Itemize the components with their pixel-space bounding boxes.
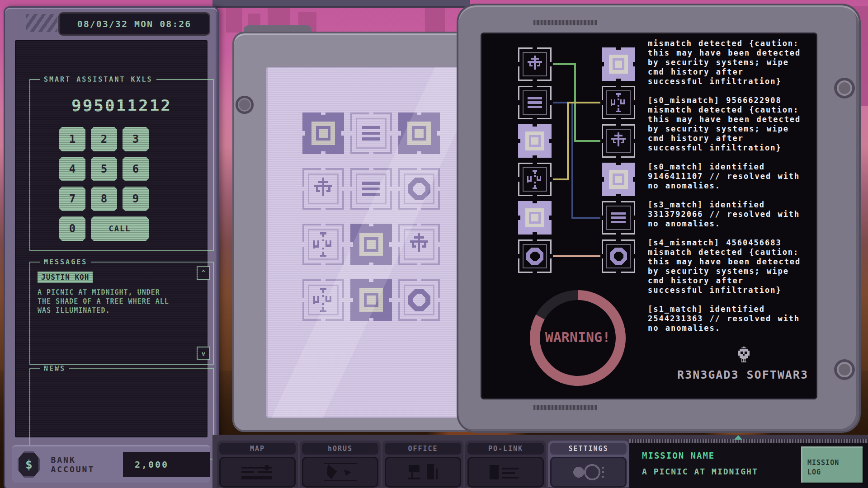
tab-settings-icon <box>550 457 627 488</box>
log-entry: mismatch detected {caution: this may hav… <box>648 39 804 86</box>
puzzle-tile-ring[interactable] <box>398 279 440 321</box>
phone-screen: SMART ASSISTANT KXLS 995011212 123456789… <box>15 40 208 437</box>
key-9[interactable]: 9 <box>123 187 149 211</box>
blank-tile-cover <box>525 208 544 227</box>
message-body: A PICNIC AT MIDNIGHT, UNDER THE SHADE OF… <box>38 288 173 315</box>
ring-glyph-icon <box>400 170 438 208</box>
mission-name-label: MISSION NAME <box>642 450 715 460</box>
mission-panel: MISSION NAME A PICNIC AT MIDNIGHT MISSIO… <box>629 440 868 488</box>
puzzle-tile-mu4[interactable] <box>302 279 344 321</box>
building-silhouette <box>226 7 242 33</box>
node-column-right <box>602 47 635 273</box>
scroll-down-button[interactable]: v <box>197 347 210 360</box>
log-entry: [s0_match] identified 9146411107 // reso… <box>648 162 804 191</box>
mission-log-button[interactable]: MISSIONLOG <box>801 446 863 483</box>
tab-po-link[interactable]: PO-LINK <box>465 441 546 487</box>
node-tile-mu4 <box>518 163 552 196</box>
key-5[interactable]: 5 <box>91 157 117 181</box>
blank-tile-cover <box>407 122 431 145</box>
puzzle-tile-temple[interactable] <box>398 224 440 265</box>
node-tile-mu4 <box>602 86 635 119</box>
hacking-device: mismatch detected {caution: this may hav… <box>457 4 861 433</box>
node-tile-temple <box>518 47 552 81</box>
warning-progress-ring: WARNING! <box>525 285 631 391</box>
mu4-glyph-icon <box>519 164 550 195</box>
tab-label: hORUS <box>302 443 378 455</box>
mu4-glyph-icon <box>304 281 342 319</box>
hacking-screen: mismatch detected {caution: this may hav… <box>481 33 817 399</box>
tab-map[interactable]: MAP <box>217 441 298 487</box>
tab-office-icon <box>385 457 461 488</box>
skull-icon <box>734 347 754 366</box>
device-vent-top <box>533 20 597 25</box>
hack-log: mismatch detected {caution: this may hav… <box>648 39 804 343</box>
key-1[interactable]: 1 <box>59 127 85 151</box>
node-tile-blank <box>602 163 635 196</box>
lines-glyph-icon <box>352 170 390 208</box>
puzzle-tablet-screen <box>266 67 470 418</box>
key-2[interactable]: 2 <box>91 127 117 151</box>
key-8[interactable]: 8 <box>91 187 117 211</box>
puzzle-tile-filled[interactable] <box>350 279 392 321</box>
puzzle-tile-lines[interactable] <box>350 113 392 154</box>
puzzle-tile-filled[interactable] <box>350 224 392 265</box>
mission-pointer-icon <box>734 435 742 440</box>
node-tile-lines <box>518 86 552 119</box>
renegade-software-logo: R3N3GAD3 SOFTWAR3 <box>675 368 811 381</box>
tab-map-icon <box>219 457 296 488</box>
puzzle-tile-ring[interactable] <box>398 168 440 210</box>
warning-label: WARNING! <box>545 329 611 345</box>
puzzle-tile-mu4[interactable] <box>302 224 344 265</box>
messages-title: MESSAGES <box>40 258 91 266</box>
scroll-up-button[interactable]: ^ <box>197 266 210 280</box>
node-tile-ring <box>518 239 552 273</box>
key-3[interactable]: 3 <box>123 127 149 151</box>
puzzle-tile-temple[interactable] <box>302 168 344 210</box>
tab-label: SETTINGS <box>550 443 627 455</box>
mission-panel-vent <box>629 439 868 443</box>
tab-label: MAP <box>219 443 296 455</box>
puzzle-tile-filled[interactable] <box>302 113 344 154</box>
node-tile-blank <box>518 201 552 235</box>
tab-label: PO-LINK <box>467 443 544 455</box>
device-screw <box>834 359 855 380</box>
bottom-nav-bar: MAP hORUS OFFICE PO-LINK SETTINGS M <box>212 435 868 488</box>
node-tile-blank <box>518 124 552 158</box>
smart-assistant-title: SMART ASSISTANT KXLS <box>40 75 156 84</box>
datetime-display: 08/03/32 MON 08:26 <box>58 12 210 36</box>
key-4[interactable]: 4 <box>59 157 85 181</box>
node-tile-temple <box>602 124 635 158</box>
puzzle-grid <box>302 113 440 321</box>
key-0[interactable]: 0 <box>59 216 85 241</box>
tab-po-link-icon <box>467 457 544 488</box>
top-frame-strip <box>212 0 470 8</box>
log-entry: [s1_match] identified 2544231363 // reso… <box>648 305 804 333</box>
tab-horus[interactable]: hORUS <box>300 441 381 487</box>
key-6[interactable]: 6 <box>123 157 149 181</box>
call-button[interactable]: CALL <box>91 216 149 241</box>
puzzle-tablet <box>232 32 476 432</box>
blank-tile-cover <box>311 122 335 145</box>
smart-assistant-panel: SMART ASSISTANT KXLS 995011212 123456789… <box>29 79 214 251</box>
node-tile-blank <box>602 47 635 81</box>
tab-label: OFFICE <box>385 443 461 455</box>
messages-panel: MESSAGES JUSTIN KOH A PICNIC AT MIDNIGHT… <box>29 262 214 365</box>
ring-glyph-icon <box>603 241 634 272</box>
lines-glyph-icon <box>603 202 634 233</box>
datetime-text: 08/03/32 MON 08:26 <box>77 19 192 29</box>
puzzle-tile-filled[interactable] <box>398 113 440 154</box>
temple-glyph-icon <box>519 49 550 80</box>
puzzle-tile-lines[interactable] <box>350 168 392 210</box>
lines-glyph-icon <box>519 87 550 118</box>
temple-glyph-icon <box>400 225 438 263</box>
blank-tile-cover <box>359 288 383 312</box>
ring-glyph-icon <box>519 241 550 272</box>
bank-account-label: BANK ACCOUNT <box>51 455 115 474</box>
message-sender-chip[interactable]: JUSTIN KOH <box>38 272 93 283</box>
tab-settings[interactable]: SETTINGS <box>548 441 629 487</box>
dollar-icon: $ <box>18 451 40 478</box>
building-silhouette <box>425 7 445 33</box>
tab-office[interactable]: OFFICE <box>382 441 463 487</box>
mu4-glyph-icon <box>603 87 634 118</box>
key-7[interactable]: 7 <box>59 187 85 211</box>
